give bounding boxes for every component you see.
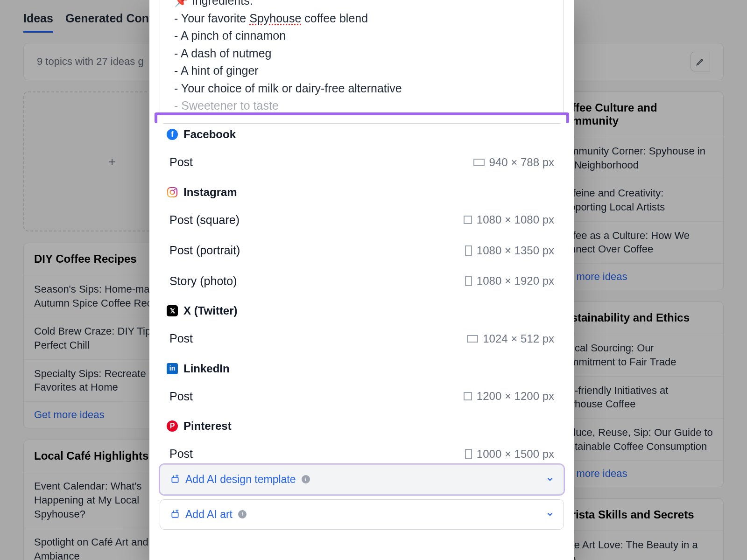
platform-name: LinkedIn	[183, 360, 230, 377]
size-option[interactable]: Post1200 × 1200 px	[165, 381, 559, 412]
info-icon[interactable]: i	[302, 475, 310, 483]
aspect-icon	[464, 216, 472, 224]
image-size-picker: fFacebookPost940 × 788 pxInstagramPost (…	[155, 112, 569, 123]
size-option[interactable]: Post940 × 788 px	[165, 147, 559, 178]
platform-header-ig: Instagram	[165, 178, 559, 205]
ingredient-line: - A dash of nutmeg	[174, 45, 550, 63]
size-option[interactable]: Post (square)1080 × 1080 px	[165, 205, 559, 236]
post-editor-modal: 📌 Ingredients: - Your favorite Spyhouse …	[149, 0, 574, 560]
ingredient-line: - Your favorite Spyhouse coffee blend	[174, 10, 550, 28]
platform-header-fb: fFacebook	[165, 120, 559, 147]
ingredients-label: Ingredients:	[192, 0, 253, 7]
ingredient-line: - Your choice of milk or dairy-free alte…	[174, 80, 550, 98]
add-ai-art-button[interactable]: Add AI art i	[160, 499, 564, 530]
size-option-dimensions: 1080 × 1350 px	[465, 242, 554, 259]
platform-header-x: 𝕏X (Twitter)	[165, 296, 559, 323]
platform-name: X (Twitter)	[183, 302, 238, 319]
svg-point-1	[170, 190, 175, 194]
size-option-label: Post	[169, 154, 193, 171]
aspect-icon	[467, 335, 478, 343]
chevron-down-icon	[546, 475, 554, 483]
add-image-icon	[170, 475, 180, 484]
aspect-icon	[465, 449, 472, 459]
platform-header-pin: PPinterest	[165, 412, 559, 439]
size-option-label: Post	[169, 330, 193, 348]
size-option[interactable]: Post (portrait)1080 × 1350 px	[165, 235, 559, 266]
platform-header-li: inLinkedIn	[165, 354, 559, 381]
size-option-dimensions: 1024 × 512 px	[467, 330, 554, 347]
add-template-label: Add AI design template	[185, 473, 296, 486]
info-icon[interactable]: i	[238, 510, 247, 518]
size-option-dimensions: 1200 × 1200 px	[464, 388, 554, 405]
add-art-label: Add AI art	[185, 508, 233, 521]
add-ai-design-template-button[interactable]: Add AI design template i	[160, 464, 564, 495]
svg-rect-0	[168, 188, 177, 197]
platform-name: Instagram	[183, 184, 237, 201]
aspect-icon	[473, 159, 485, 166]
size-option-label: Story (photo)	[169, 273, 237, 290]
size-option-dimensions: 940 × 788 px	[473, 154, 554, 171]
post-text-editor[interactable]: 📌 Ingredients: - Your favorite Spyhouse …	[160, 0, 564, 124]
size-option-label: Post	[169, 445, 193, 463]
svg-rect-3	[172, 477, 178, 483]
size-option-label: Post (square)	[169, 211, 240, 229]
ingredient-line: - A hint of ginger	[174, 62, 550, 80]
aspect-icon	[464, 392, 472, 400]
chevron-down-icon	[546, 510, 554, 518]
platform-name: Pinterest	[183, 418, 232, 434]
svg-point-2	[174, 189, 176, 190]
ingredient-line: - A pinch of cinnamon	[174, 27, 550, 45]
size-option-label: Post (portrait)	[169, 242, 240, 259]
size-option-label: Post	[169, 388, 193, 406]
size-option[interactable]: Post1024 × 512 px	[165, 323, 559, 354]
svg-rect-4	[172, 512, 178, 518]
size-option[interactable]: Story (photo)1080 × 1920 px	[165, 266, 559, 297]
add-image-icon	[170, 510, 180, 519]
ingredient-line: - Sweetener to taste	[174, 97, 550, 115]
aspect-icon	[465, 276, 472, 286]
size-option-dimensions: 1000 × 1500 px	[465, 446, 554, 462]
size-option-dimensions: 1080 × 1920 px	[465, 273, 554, 289]
aspect-icon	[465, 245, 472, 256]
platform-name: Facebook	[183, 126, 236, 143]
size-option-dimensions: 1080 × 1080 px	[464, 211, 554, 228]
